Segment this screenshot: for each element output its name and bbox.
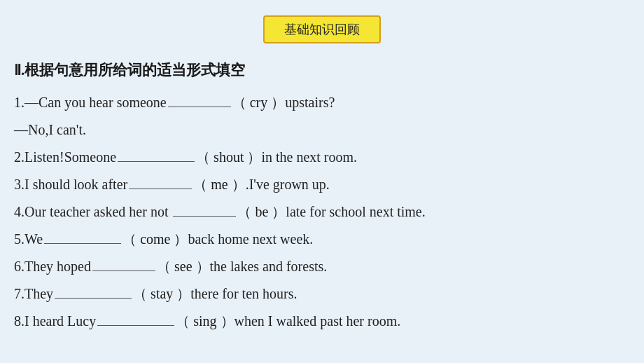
ex3-text1: 3.I should look after bbox=[14, 172, 127, 198]
ex7-hint: stay bbox=[147, 281, 176, 307]
ex7-paren-open: （ bbox=[133, 281, 147, 307]
ex8-paren-close: ）when I walked past her room. bbox=[220, 308, 401, 334]
ex4-paren-open: （ bbox=[237, 199, 251, 225]
ex4-text1: 4.Our teacher asked her not bbox=[14, 199, 172, 225]
ex6-paren-close: ）the lakes and forests. bbox=[196, 254, 328, 280]
ex5-paren-open: （ bbox=[122, 226, 136, 252]
exercise-4: 4.Our teacher asked her not （ be ）late f… bbox=[14, 199, 630, 225]
ex4-hint: be bbox=[251, 199, 272, 225]
ex4-blank1[interactable] bbox=[173, 201, 236, 217]
ex5-text1: 5.We bbox=[14, 226, 43, 252]
ex8-paren-open: （ bbox=[176, 308, 190, 334]
exercise-7: 7.They （ stay ）there for ten hours. bbox=[14, 281, 630, 307]
exercise-1b: —No,I can't. bbox=[14, 117, 630, 143]
ex1-blank1[interactable] bbox=[168, 92, 231, 107]
ex5-blank1[interactable] bbox=[44, 228, 121, 244]
ex3-hint: me bbox=[207, 172, 231, 198]
ex6-blank1[interactable] bbox=[92, 256, 155, 271]
ex1-paren-open: （ bbox=[232, 90, 246, 116]
ex1-text1: 1.—Can you hear someone bbox=[14, 90, 167, 116]
ex2-hint: shout bbox=[210, 144, 247, 170]
exercise-1: 1.—Can you hear someone （ cry ）upstairs? bbox=[14, 90, 630, 116]
ex3-paren-close: ）.I've grown up. bbox=[232, 172, 330, 198]
main-content: Ⅱ.根据句意用所给词的适当形式填空 1.—Can you hear someon… bbox=[14, 60, 630, 336]
exercise-3: 3.I should look after （ me ）.I've grown … bbox=[14, 172, 630, 198]
ex5-paren-close: ）back home next week. bbox=[174, 226, 313, 252]
ex1-hint: cry bbox=[246, 90, 272, 116]
ex3-paren-open: （ bbox=[193, 172, 207, 198]
ex8-text1: 8.I heard Lucy bbox=[14, 308, 96, 334]
ex6-text1: 6.They hoped bbox=[14, 254, 91, 280]
ex8-hint: sing bbox=[190, 308, 220, 334]
ex2-paren-close: ）in the next room. bbox=[247, 144, 357, 170]
exercise-6: 6.They hoped （ see ）the lakes and forest… bbox=[14, 254, 630, 280]
ex2-blank1[interactable] bbox=[118, 146, 195, 162]
exercise-2: 2.Listen!Someone （ shout ）in the next ro… bbox=[14, 144, 630, 170]
ex6-paren-open: （ bbox=[157, 254, 171, 280]
section-title: Ⅱ.根据句意用所给词的适当形式填空 bbox=[14, 60, 630, 80]
ex2-text1: 2.Listen!Someone bbox=[14, 144, 116, 170]
exercise-8: 8.I heard Lucy （ sing ）when I walked pas… bbox=[14, 308, 630, 334]
ex1b-text: —No,I can't. bbox=[14, 117, 86, 143]
exercise-5: 5.We （ come ）back home next week. bbox=[14, 226, 630, 252]
ex1-paren-close: ）upstairs? bbox=[271, 90, 335, 116]
ex3-blank1[interactable] bbox=[129, 174, 192, 189]
ex7-text1: 7.They bbox=[14, 281, 53, 307]
ex7-paren-close: ）there for ten hours. bbox=[176, 281, 297, 307]
ex7-blank1[interactable] bbox=[55, 283, 132, 299]
ex8-blank1[interactable] bbox=[97, 310, 174, 326]
review-button[interactable]: 基础知识回顾 bbox=[263, 15, 381, 43]
ex6-hint: see bbox=[171, 254, 196, 280]
ex2-paren-open: （ bbox=[196, 144, 210, 170]
ex4-paren-close: ）late for school next time. bbox=[272, 199, 425, 225]
ex5-hint: come bbox=[136, 226, 174, 252]
